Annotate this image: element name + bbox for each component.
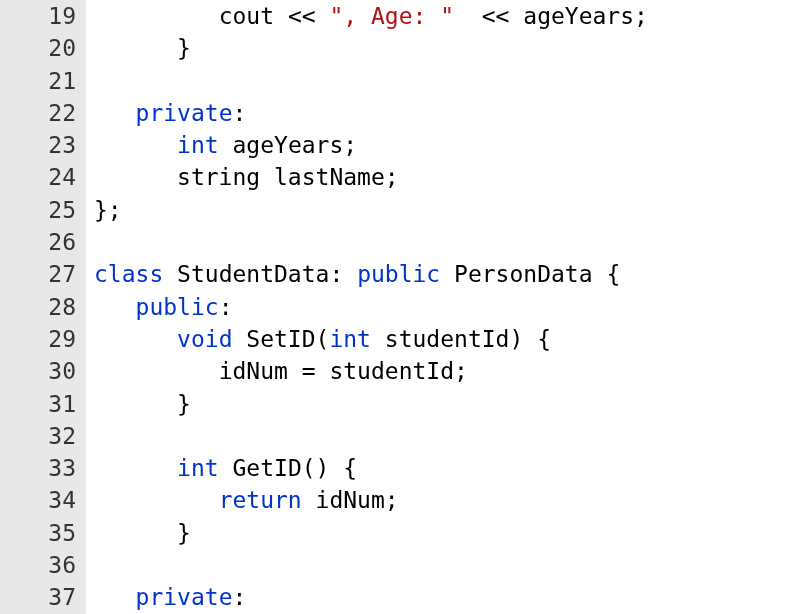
- code-token: PersonData {: [440, 261, 620, 287]
- code-token: class: [94, 261, 163, 287]
- line-number: 28: [0, 291, 86, 323]
- code-token: :: [219, 294, 233, 320]
- line-number: 30: [0, 355, 86, 387]
- code-line[interactable]: int ageYears;: [94, 129, 790, 161]
- line-number-gutter: 19202122232425262728293031323334353637: [0, 0, 86, 614]
- code-token: <<: [288, 3, 330, 29]
- code-token: StudentData:: [163, 261, 357, 287]
- code-token: [94, 584, 136, 610]
- code-token: cout: [219, 3, 288, 29]
- code-line[interactable]: [94, 65, 790, 97]
- code-token: [94, 391, 177, 417]
- code-token: int: [177, 132, 219, 158]
- code-token: [94, 294, 136, 320]
- code-token: idNum: [219, 358, 302, 384]
- code-line[interactable]: public:: [94, 291, 790, 323]
- code-line[interactable]: [94, 226, 790, 258]
- code-token: }: [177, 391, 191, 417]
- code-token: SetID(: [232, 326, 329, 352]
- line-number: 35: [0, 517, 86, 549]
- code-line[interactable]: [94, 549, 790, 581]
- code-token: studentId) {: [371, 326, 551, 352]
- code-token: public: [357, 261, 440, 287]
- code-token: return: [219, 487, 302, 513]
- code-line[interactable]: };: [94, 194, 790, 226]
- code-line[interactable]: }: [94, 388, 790, 420]
- code-token: }: [177, 35, 191, 61]
- line-number: 34: [0, 484, 86, 516]
- code-token: [94, 3, 219, 29]
- line-number: 37: [0, 581, 86, 613]
- code-line[interactable]: return idNum;: [94, 484, 790, 516]
- code-line[interactable]: private:: [94, 581, 790, 613]
- code-token: :: [232, 100, 246, 126]
- code-token: [94, 132, 177, 158]
- code-token: [94, 358, 219, 384]
- line-number: 33: [0, 452, 86, 484]
- code-token: = studentId;: [302, 358, 468, 384]
- line-number: 23: [0, 129, 86, 161]
- line-number: 24: [0, 161, 86, 193]
- line-number: 20: [0, 32, 86, 64]
- code-line[interactable]: void SetID(int studentId) {: [94, 323, 790, 355]
- code-token: [94, 487, 219, 513]
- code-line[interactable]: }: [94, 517, 790, 549]
- line-number: 26: [0, 226, 86, 258]
- code-line[interactable]: private:: [94, 97, 790, 129]
- code-editor-content[interactable]: cout << ", Age: " << ageYears; } private…: [86, 0, 790, 614]
- code-line[interactable]: class StudentData: public PersonData {: [94, 258, 790, 290]
- code-token: private: [136, 100, 233, 126]
- code-line[interactable]: [94, 420, 790, 452]
- code-line[interactable]: string lastName;: [94, 161, 790, 193]
- line-number: 31: [0, 388, 86, 420]
- code-token: };: [94, 197, 122, 223]
- code-token: [94, 326, 177, 352]
- code-token: int: [177, 455, 219, 481]
- line-number: 22: [0, 97, 86, 129]
- code-token: << ageYears;: [482, 3, 648, 29]
- code-token: [94, 455, 177, 481]
- code-token: ageYears;: [219, 132, 357, 158]
- code-token: [454, 3, 482, 29]
- code-token: [94, 520, 177, 546]
- line-number: 25: [0, 194, 86, 226]
- line-number: 32: [0, 420, 86, 452]
- code-line[interactable]: }: [94, 32, 790, 64]
- code-token: }: [177, 520, 191, 546]
- code-token: private: [136, 584, 233, 610]
- code-line[interactable]: int GetID() {: [94, 452, 790, 484]
- code-token: int: [329, 326, 371, 352]
- code-token: void: [177, 326, 232, 352]
- code-line[interactable]: idNum = studentId;: [94, 355, 790, 387]
- code-token: string lastName;: [94, 164, 399, 190]
- code-token: ", Age: ": [329, 3, 454, 29]
- code-token: idNum;: [302, 487, 399, 513]
- code-line[interactable]: cout << ", Age: " << ageYears;: [94, 0, 790, 32]
- code-token: :: [232, 584, 246, 610]
- line-number: 19: [0, 0, 86, 32]
- code-token: public: [136, 294, 219, 320]
- code-token: [94, 100, 136, 126]
- line-number: 21: [0, 65, 86, 97]
- line-number: 29: [0, 323, 86, 355]
- code-token: [94, 35, 177, 61]
- line-number: 27: [0, 258, 86, 290]
- code-token: GetID() {: [219, 455, 357, 481]
- line-number: 36: [0, 549, 86, 581]
